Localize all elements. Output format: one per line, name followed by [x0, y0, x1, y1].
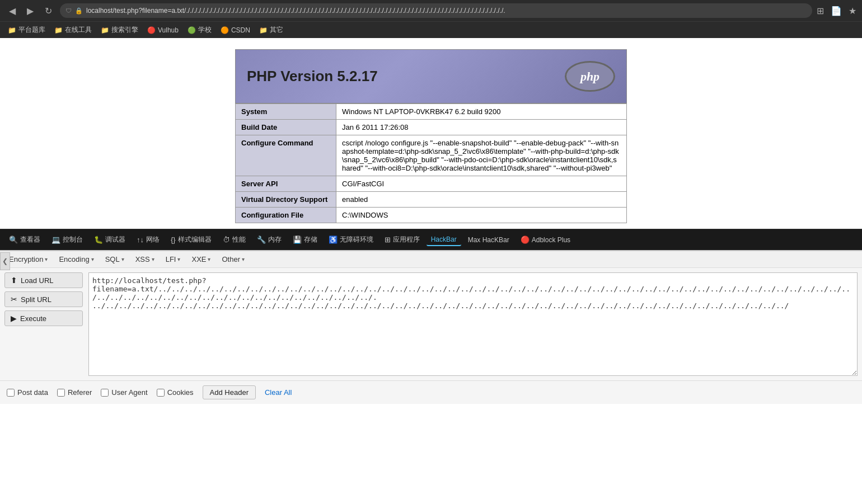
ext-item-viewer[interactable]: 🔍查看器	[4, 233, 45, 246]
ext-label-memory: 内存	[268, 235, 282, 244]
checkbox-cookies[interactable]: Cookies	[157, 388, 194, 397]
hackbar-menu-xss[interactable]: XSS▾	[131, 253, 159, 265]
ext-icon-debugger: 🐛	[94, 235, 103, 244]
ext-item-storage[interactable]: 💾存储	[288, 233, 322, 246]
ext-item-adblock[interactable]: 🔴Adblock Plus	[516, 234, 575, 246]
ext-item-accessibility[interactable]: ♿无障碍环境	[324, 233, 378, 246]
forward-button[interactable]: ▶	[24, 3, 37, 18]
table-row-value: Windows NT LAPTOP-0VKRBK47 6.2 build 920…	[336, 104, 627, 120]
browser-chrome: ◀ ▶ ↻ 🛡 🔒 localhost/test.php?filename=a.…	[0, 0, 862, 21]
table-row: Configure Commandcscript /nologo configu…	[236, 135, 627, 176]
hackbar-menu-lfi[interactable]: LFI▾	[161, 253, 185, 265]
ext-item-perf[interactable]: ⏱性能	[218, 233, 250, 246]
hackbar-btn-load-url[interactable]: ⬆Load URL	[4, 272, 83, 288]
ext-item-style-editor[interactable]: {}样式编辑器	[166, 233, 216, 246]
dropdown-arrow-encoding: ▾	[91, 256, 94, 262]
bookmark-label-zxgj: 在线工具	[65, 25, 92, 35]
bookmark-icon-xuexiao: 🟢	[188, 26, 196, 34]
ext-label-debugger: 调试器	[105, 235, 125, 244]
ext-label-adblock: Adblock Plus	[532, 236, 570, 244]
php-info-table: SystemWindows NT LAPTOP-0VKRBK47 6.2 bui…	[235, 103, 627, 223]
checkbox-label-cookies: Cookies	[167, 388, 194, 397]
bookmark-qita[interactable]: 📁其它	[256, 24, 287, 36]
hackbar-menu-label-sql: SQL	[105, 255, 120, 263]
table-row-label: Build Date	[236, 120, 336, 135]
ext-icon-apps: ⊞	[385, 235, 391, 244]
ext-label-accessibility: 无障碍环境	[340, 235, 373, 244]
bookmark-zxgj[interactable]: 📁在线工具	[51, 24, 95, 36]
refresh-button[interactable]: ↻	[41, 3, 55, 18]
table-row-value: enabled	[336, 192, 627, 208]
hackbar-menu-encoding[interactable]: Encoding▾	[54, 253, 98, 265]
hackbar-btn-label-split-url: Split URL	[21, 295, 51, 304]
dropdown-arrow-xss: ▾	[152, 256, 154, 262]
ext-item-debugger[interactable]: 🐛调试器	[90, 233, 130, 246]
bookmark-icon-ssy: 📁	[101, 26, 109, 34]
hackbar-btn-icon-load-url: ⬆	[11, 276, 17, 285]
hackbar-menu-label-other: Other	[222, 255, 240, 263]
bookmark-vulhub[interactable]: 🔴Vulhub	[144, 25, 182, 35]
hackbar-panel: Encryption▾Encoding▾SQL▾XSS▾LFI▾XXE▾Othe…	[0, 250, 862, 404]
dropdown-arrow-sql: ▾	[121, 256, 124, 262]
dropdown-arrow-encryption: ▾	[45, 256, 48, 262]
ext-icon-memory: 🔧	[257, 235, 266, 244]
hackbar-menu-label-encoding: Encoding	[59, 255, 89, 263]
ext-item-apps[interactable]: ⊞应用程序	[380, 233, 424, 246]
bookmark-pltj[interactable]: 📁平台题库	[4, 24, 49, 36]
hackbar-footer: Post dataRefererUser AgentCookiesAdd Hea…	[0, 380, 862, 404]
add-header-button[interactable]: Add Header	[203, 385, 256, 399]
hackbar-btn-label-execute: Execute	[20, 314, 46, 323]
bookmark-csdn[interactable]: 🟠CSDN	[217, 25, 254, 35]
ext-label-hackbar: HackBar	[431, 235, 457, 243]
checkbox-post-data[interactable]: Post data	[7, 388, 48, 397]
hackbar-textarea[interactable]	[88, 272, 858, 376]
page-icon[interactable]: 📄	[831, 6, 842, 16]
bookmark-icon-csdn: 🟠	[221, 26, 229, 34]
hackbar-btn-label-load-url: Load URL	[21, 276, 54, 285]
bookmark-xuexiao[interactable]: 🟢学校	[184, 24, 215, 36]
ext-item-max-hackbar[interactable]: Max HacKBar	[463, 234, 514, 246]
ext-item-memory[interactable]: 🔧内存	[252, 233, 286, 246]
clear-all-button[interactable]: Clear All	[265, 388, 292, 397]
checkbox-input-user-agent[interactable]	[101, 389, 109, 397]
star-icon[interactable]: ★	[849, 6, 856, 16]
ext-item-hackbar[interactable]: HackBar	[427, 234, 461, 246]
checkbox-label-user-agent: User Agent	[111, 388, 147, 397]
dropdown-arrow-lfi: ▾	[177, 256, 180, 262]
bookmark-label-ssy: 搜索引擎	[111, 25, 138, 35]
left-scroll-button[interactable]: ❮	[0, 252, 10, 270]
ext-icon-adblock: 🔴	[521, 235, 530, 244]
browser-icons: ⊞ 📄 ★	[817, 6, 856, 16]
hackbar-menu-xxe[interactable]: XXE▾	[187, 253, 215, 265]
grid-icon[interactable]: ⊞	[817, 6, 824, 16]
hackbar-content: ⬆Load URL✂Split URL▶Execute	[0, 268, 862, 380]
checkbox-referer[interactable]: Referer	[57, 388, 92, 397]
hackbar-menu-sql[interactable]: SQL▾	[101, 253, 129, 265]
bookmark-label-csdn: CSDN	[231, 26, 250, 34]
bookmark-label-pltj: 平台题库	[18, 25, 45, 35]
bookmark-ssy[interactable]: 📁搜索引擎	[97, 24, 142, 36]
checkbox-input-referer[interactable]	[57, 389, 65, 397]
ext-label-network: 网络	[146, 235, 160, 244]
checkbox-input-cookies[interactable]	[157, 389, 165, 397]
hackbar-buttons: ⬆Load URL✂Split URL▶Execute	[4, 272, 83, 376]
ext-icon-viewer: 🔍	[9, 235, 18, 244]
checkbox-user-agent[interactable]: User Agent	[101, 388, 147, 397]
ext-item-console[interactable]: 💻控制台	[47, 233, 87, 246]
hackbar-btn-icon-execute: ▶	[11, 314, 17, 323]
hackbar-menu-encryption[interactable]: Encryption▾	[4, 253, 52, 265]
bookmark-icon-pltj: 📁	[8, 26, 16, 34]
hackbar-btn-execute[interactable]: ▶Execute	[4, 310, 83, 326]
hackbar-menu-other[interactable]: Other▾	[217, 253, 249, 265]
hackbar-menu-label-xss: XSS	[135, 255, 150, 263]
table-row-label: Server API	[236, 176, 336, 192]
ext-icon-perf: ⏱	[223, 235, 230, 244]
hackbar-menu: Encryption▾Encoding▾SQL▾XSS▾LFI▾XXE▾Othe…	[0, 251, 862, 268]
back-button[interactable]: ◀	[6, 3, 19, 18]
ext-item-network[interactable]: ↑↓网络	[132, 233, 164, 246]
checkbox-input-post-data[interactable]	[7, 389, 15, 397]
table-row: SystemWindows NT LAPTOP-0VKRBK47 6.2 bui…	[236, 104, 627, 120]
table-row-value: CGI/FastCGI	[336, 176, 627, 192]
hackbar-btn-split-url[interactable]: ✂Split URL	[4, 291, 83, 307]
address-bar[interactable]: 🛡 🔒 localhost/test.php?filename=a.txt/./…	[60, 3, 812, 18]
